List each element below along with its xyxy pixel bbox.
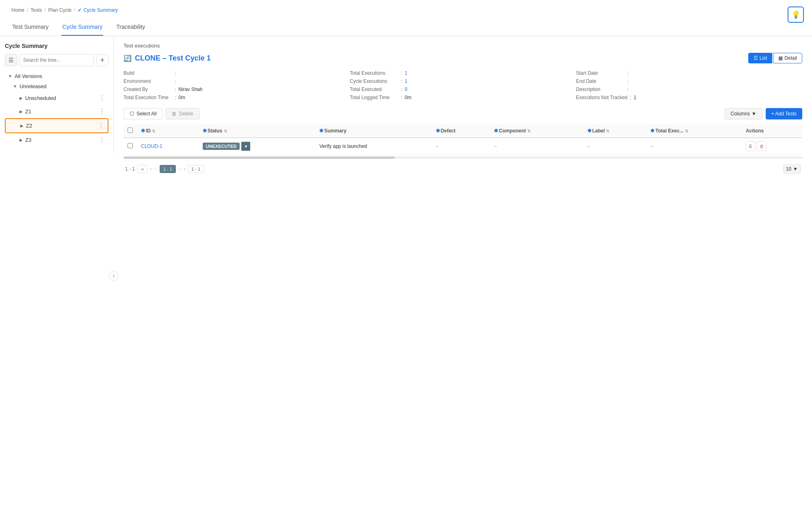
col-header-component: ✱Component ⇅ xyxy=(490,124,583,138)
tree-item-z3[interactable]: ▶ Z3 ⋮ xyxy=(5,133,108,147)
more-menu-unscheduled[interactable]: ⋮ xyxy=(97,93,107,103)
meta-total-logged-time-value: 0m xyxy=(405,95,411,100)
meta-total-executed-value[interactable]: 0 xyxy=(405,87,407,92)
more-menu-z2[interactable]: ⋮ xyxy=(96,121,106,130)
breadcrumb: Home / Tests / Plan Cycle / ✔ Cycle Summ… xyxy=(0,0,812,17)
tree-label-z1: Z1 xyxy=(25,108,31,115)
select-all-checkbox[interactable] xyxy=(128,128,133,133)
delete-button[interactable]: 🗑 Delete xyxy=(166,108,199,119)
meta-environment-label: Environment xyxy=(123,78,172,84)
delete-row-button[interactable]: 🗑 xyxy=(757,141,767,151)
sidebar-list-button[interactable]: ☰ xyxy=(5,54,17,66)
chevron-right-icon-unscheduled: ▶ xyxy=(19,96,23,100)
sidebar: Cycle Summary ☰ + ▼ All Versions xyxy=(0,36,114,153)
plus-icon: + xyxy=(100,56,105,65)
meta-created-by-value: Nirav Shah xyxy=(178,87,202,92)
add-tests-button[interactable]: + Add Tests xyxy=(766,108,802,119)
breadcrumb-plan-cycle[interactable]: Plan Cycle xyxy=(48,7,71,13)
cell-total-exec: – xyxy=(646,138,742,155)
pagination: 1 - 1 ‹‹ ‹ ··· 1 - 1 ··· › 1 - 1 10 ▼ xyxy=(123,160,802,178)
tree-item-all-versions[interactable]: ▼ All Versions xyxy=(5,71,108,81)
pagination-dots-2: ··· › xyxy=(178,166,185,172)
sort-label-icon[interactable]: ⇅ xyxy=(606,129,609,133)
cell-id[interactable]: CLOUD-1 xyxy=(137,138,199,155)
breadcrumb-sep-1: / xyxy=(27,7,28,13)
col-header-defect: ✱Defect xyxy=(432,124,490,138)
tab-test-summary[interactable]: Test Summary xyxy=(11,20,49,36)
help-button[interactable]: 💡 xyxy=(788,6,804,23)
chevron-right-icon-z3: ▶ xyxy=(19,138,23,142)
col-header-summary: ✱Summary xyxy=(315,124,432,138)
meta-start-date-label: Start Date xyxy=(576,70,625,76)
chevron-down-icon: ▼ xyxy=(8,74,12,78)
view-toggle: ☰ List ▦ Detail xyxy=(748,53,802,63)
cell-defect: – xyxy=(432,138,490,155)
select-all-button[interactable]: ☐ Select All xyxy=(123,108,162,119)
sort-status-icon[interactable]: ⇅ xyxy=(224,129,227,133)
tab-cycle-summary[interactable]: Cycle Summary xyxy=(61,20,103,36)
sidebar-collapse-button[interactable]: ‹ xyxy=(109,271,119,281)
per-page-chevron: ▼ xyxy=(793,166,798,172)
sort-id-icon[interactable]: ⇅ xyxy=(152,129,155,133)
more-menu-z1[interactable]: ⋮ xyxy=(97,107,107,116)
per-page-select[interactable]: 10 ▼ xyxy=(783,165,801,173)
edit-button[interactable]: E xyxy=(746,141,756,151)
status-dropdown-button[interactable]: ▼ xyxy=(241,142,250,151)
sidebar-add-button[interactable]: + xyxy=(96,54,108,66)
pagination-page-1[interactable]: 1 - 1 xyxy=(160,165,176,173)
tree-item-z2[interactable]: ▶ Z2 ⋮ xyxy=(5,118,108,133)
row-checkbox[interactable] xyxy=(128,143,133,148)
tree-item-unscheduled[interactable]: ▶ Unscheduled ⋮ xyxy=(5,91,108,105)
meta-total-executions-value[interactable]: 1 xyxy=(405,70,407,76)
test-table: ✱ID ⇅ ✱Status ⇅ ✱Summary ✱Defect ✱Compon xyxy=(123,124,802,155)
horizontal-scrollbar[interactable] xyxy=(123,155,802,160)
chevron-right-icon-z2: ▶ xyxy=(20,124,24,128)
trash-icon: 🗑 xyxy=(172,111,177,117)
tree-item-unreleased[interactable]: ▼ Unreleased xyxy=(5,81,108,91)
per-page-value: 10 xyxy=(786,166,791,172)
checkbox-icon: ☐ xyxy=(130,111,134,117)
meta-end-date-label: End Date xyxy=(576,78,625,84)
col-header-actions: Actions xyxy=(742,124,802,138)
view-list-button[interactable]: ☰ List xyxy=(748,53,773,63)
tree: ▼ All Versions ▼ Unreleased ▶ Unschedule xyxy=(5,71,108,147)
pagination-range: 1 - 1 xyxy=(125,166,135,172)
meta-total-executed-label: Total Executed xyxy=(350,87,398,92)
pagination-next-end[interactable]: 1 - 1 xyxy=(188,165,204,173)
tab-traceability[interactable]: Traceability xyxy=(115,20,146,36)
sidebar-search-input[interactable] xyxy=(19,54,94,66)
table-row: CLOUD-1 UNEXECUTED ▼ Verify app is launc… xyxy=(123,138,802,155)
sort-component-icon[interactable]: ⇅ xyxy=(527,129,531,133)
sidebar-title: Cycle Summary xyxy=(5,43,108,49)
tree-label-z2: Z2 xyxy=(26,123,32,129)
tree-label-z3: Z3 xyxy=(25,137,31,143)
meta-cycle-executions-value[interactable]: 1 xyxy=(405,78,407,84)
cell-component: – xyxy=(490,138,583,155)
toolbar: ☐ Select All 🗑 Delete Columns ▼ + Add Te… xyxy=(123,108,802,119)
meta-created-by-label: Created By xyxy=(123,87,172,92)
breadcrumb-tests[interactable]: Tests xyxy=(30,7,42,13)
breadcrumb-home[interactable]: Home xyxy=(11,7,24,13)
meta-executions-not-tracked-label: Executions Not Tracked xyxy=(576,95,628,100)
list-icon: ☰ xyxy=(9,57,14,63)
col-header-label: ✱Label ⇅ xyxy=(583,124,647,138)
list-view-icon: ☰ xyxy=(754,55,758,61)
breadcrumb-sep-2: / xyxy=(44,7,45,13)
meta-total-logged-time-label: Total Logged Time xyxy=(350,95,398,100)
col-header-id: ✱ID ⇅ xyxy=(137,124,199,138)
more-menu-z3[interactable]: ⋮ xyxy=(97,135,107,145)
pagination-dots-1: ‹ ··· xyxy=(150,166,157,172)
pagination-prev-start[interactable]: ‹‹ xyxy=(137,165,147,173)
chevron-down-icon-unreleased: ▼ xyxy=(13,84,17,89)
tree-item-z1[interactable]: ▶ Z1 ⋮ xyxy=(5,105,108,118)
cycle-name-text: CLONE – Test Cycle 1 xyxy=(135,54,211,63)
cell-label: – xyxy=(583,138,647,155)
meta-total-execution-time-value: 0m xyxy=(178,95,185,100)
section-title-test-executions: Test executions xyxy=(123,43,802,49)
chevron-down-icon-columns: ▼ xyxy=(751,111,756,117)
tree-label-unreleased: Unreleased xyxy=(19,83,47,89)
breadcrumb-active: ✔ Cycle Summary xyxy=(78,7,118,13)
sort-total-exec-icon[interactable]: ⇅ xyxy=(685,129,688,133)
view-detail-button[interactable]: ▦ Detail xyxy=(773,53,802,63)
columns-button[interactable]: Columns ▼ xyxy=(725,108,762,119)
